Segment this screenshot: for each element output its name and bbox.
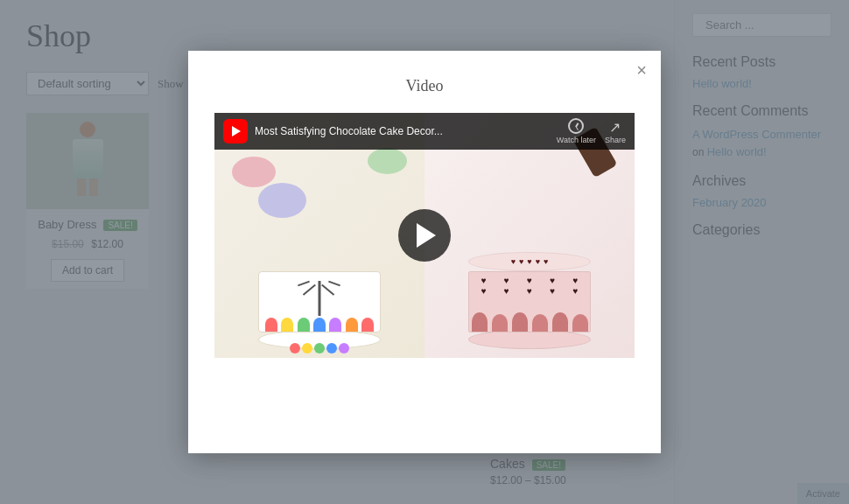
tree-trunk — [319, 281, 321, 316]
heart-top-4: ♥ — [536, 257, 540, 266]
left-cake-bg — [214, 113, 424, 358]
modal-backdrop: × Video Most Satisfying Chocolate Cake D… — [0, 0, 849, 504]
cake-base-ellipse — [468, 330, 591, 349]
right-cake-panel: ♥ ♥ ♥ ♥ ♥ ♥ ♥ ♥ — [424, 113, 635, 358]
youtube-logo — [223, 119, 248, 144]
rf-3 — [314, 343, 325, 354]
flower-purple — [329, 318, 341, 332]
tree-branch-left — [303, 284, 316, 296]
modal-title: Video — [214, 77, 635, 95]
ruffle-5 — [552, 312, 568, 332]
h1: ♥ — [473, 276, 495, 285]
modal-close-button[interactable]: × — [636, 61, 647, 79]
cake-body-left — [258, 271, 381, 332]
cake-body-right: ♥ ♥ ♥ ♥ ♥ ♥ ♥ ♥ ♥ ♥ — [468, 271, 591, 332]
hearts-grid: ♥ ♥ ♥ ♥ ♥ ♥ ♥ ♥ ♥ ♥ — [469, 272, 590, 299]
heart-top-2: ♥ — [519, 257, 523, 266]
heart-top-1: ♥ — [511, 257, 516, 266]
ruffle-1 — [472, 312, 488, 332]
h10: ♥ — [565, 286, 586, 296]
ruffle-2 — [492, 314, 508, 332]
flower-blue — [313, 318, 326, 332]
rainbow-flowers — [214, 343, 424, 354]
video-title: Most Satisfying Chocolate Cake Decor... — [255, 125, 548, 137]
flower-orange — [346, 318, 358, 332]
video-container[interactable]: Most Satisfying Chocolate Cake Decor... … — [214, 113, 635, 358]
h6: ♥ — [473, 286, 495, 296]
ruffle-border — [469, 310, 590, 332]
flower-red-2 — [361, 318, 374, 332]
ruffle-3 — [512, 312, 528, 332]
flower-red — [265, 318, 277, 332]
left-cake-panel — [214, 113, 424, 358]
flower-green — [298, 318, 310, 332]
rf-5 — [339, 343, 349, 354]
rf-4 — [326, 343, 337, 354]
video-modal: × Video Most Satisfying Chocolate Cake D… — [188, 51, 661, 453]
blob-3 — [258, 183, 306, 218]
h3: ♥ — [518, 276, 540, 285]
ruffle-6 — [572, 314, 588, 332]
share-icon: ↗ — [609, 119, 621, 136]
video-top-bar: Most Satisfying Chocolate Cake Decor... … — [214, 113, 635, 150]
flower-yellow — [281, 318, 293, 332]
h8: ♥ — [518, 286, 540, 296]
share-label: Share — [605, 136, 626, 144]
ruffle-4 — [532, 314, 548, 332]
h2: ♥ — [495, 276, 517, 285]
play-button[interactable] — [398, 209, 451, 262]
watch-later-button[interactable]: Watch later — [557, 118, 596, 144]
play-icon — [417, 223, 436, 248]
h5: ♥ — [565, 276, 586, 285]
h9: ♥ — [542, 286, 564, 296]
flower-row — [259, 318, 380, 332]
rf-1 — [290, 343, 300, 354]
yt-play-icon — [232, 126, 241, 136]
heart-cake: ♥ ♥ ♥ ♥ ♥ ♥ ♥ ♥ — [468, 252, 591, 349]
video-inner: ♥ ♥ ♥ ♥ ♥ ♥ ♥ ♥ — [214, 113, 635, 358]
heart-top-5: ♥ — [544, 257, 548, 266]
blob-1 — [232, 157, 276, 187]
tree-branch-right — [321, 284, 334, 296]
cake-top-hearts: ♥ ♥ ♥ ♥ ♥ — [468, 252, 591, 271]
h4: ♥ — [542, 276, 564, 285]
heart-top-3: ♥ — [527, 257, 531, 266]
rf-2 — [302, 343, 312, 354]
clock-hand-minute — [576, 126, 579, 130]
clock-icon — [568, 118, 584, 134]
blob-2 — [368, 148, 407, 174]
h7: ♥ — [495, 286, 517, 296]
tree-cake — [258, 271, 381, 349]
tree-branch-upper-left — [298, 281, 310, 287]
share-button[interactable]: ↗ Share — [605, 119, 626, 144]
tree-branch-upper-right — [328, 281, 340, 287]
watch-later-label: Watch later — [557, 136, 596, 144]
